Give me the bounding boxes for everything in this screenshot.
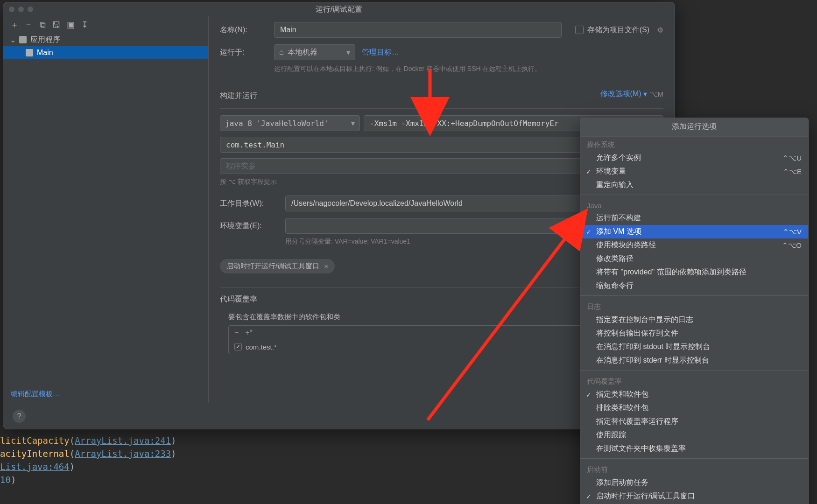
config-tree: ⌄ 应用程序 Main	[3, 33, 208, 385]
run-debug-config-dialog: 运行/调试配置 ＋ − ⧉ 🖫 ▣ ↧ ⌄ 应用程序 Main	[3, 2, 675, 429]
run-on-combo[interactable]: ⌂ 本地机器 ▾	[274, 44, 355, 60]
popup-item[interactable]: 将带有 "provided" 范围的依赖项添加到类路径	[580, 266, 808, 279]
popup-item-shortcut: ⌃⌥V	[783, 228, 802, 236]
check-icon: ✓	[586, 228, 592, 236]
name-input[interactable]: Main	[274, 22, 562, 38]
titlebar: 运行/调试配置	[3, 2, 675, 16]
add-icon[interactable]: ＋	[10, 19, 19, 30]
popup-item[interactable]: 在消息打印到 stdout 时显示控制台	[580, 340, 808, 354]
copy-icon[interactable]: ⧉	[38, 20, 47, 30]
help-button[interactable]: ?	[13, 410, 26, 423]
popup-item-label: 重定向输入	[596, 180, 634, 190]
popup-item-shortcut: ⌃⌥O	[782, 241, 802, 250]
folder-icon[interactable]: ▣	[66, 20, 75, 30]
check-icon: ✓	[586, 168, 592, 175]
checkbox-icon[interactable]	[575, 26, 584, 34]
run-config-icon	[26, 49, 33, 56]
remove-icon[interactable]: −	[234, 329, 239, 337]
popup-group-label: Java	[580, 198, 808, 211]
open-tool-window-tag[interactable]: 启动时打开运行/调试工具窗口 ×	[220, 259, 335, 273]
chevron-down-icon: ▾	[351, 119, 355, 128]
popup-item[interactable]: ✓指定类和软件包	[580, 388, 808, 401]
popup-item-label: 使用模块的类路径	[596, 240, 656, 250]
popup-item-label: 在消息打印到 stderr 时显示控制台	[596, 356, 709, 365]
popup-item-label: 将带有 "provided" 范围的依赖项添加到类路径	[596, 267, 747, 277]
popup-item[interactable]: 使用模块的类路径⌃⌥O	[580, 238, 808, 252]
sidebar-toolbar: ＋ − ⧉ 🖫 ▣ ↧	[3, 16, 208, 33]
application-type-icon	[19, 36, 27, 43]
popup-item[interactable]: 添加启动前任务	[580, 476, 808, 490]
popup-item[interactable]: 使用跟踪	[580, 428, 808, 442]
manage-targets-link[interactable]: 管理目标…	[362, 48, 399, 57]
chevron-down-icon: ▾	[346, 48, 350, 57]
popup-group-label: 代码覆盖率	[580, 373, 808, 388]
popup-group-label: 日志	[580, 299, 808, 313]
popup-item-label: 指定替代覆盖率运行程序	[596, 417, 678, 427]
popup-item-label: 使用跟踪	[596, 430, 626, 440]
popup-item[interactable]: 重定向输入	[580, 178, 808, 192]
workdir-label: 工作目录(W):	[220, 199, 285, 209]
tree-label: 应用程序	[30, 35, 60, 45]
chevron-down-icon: ⌄	[10, 35, 16, 44]
popup-item-label: 环境变量	[596, 167, 626, 176]
popup-item[interactable]: ✓启动时打开运行/调试工具窗口	[580, 490, 808, 503]
jdk-combo[interactable]: java 8 'JavaHelloWorld' ▾	[220, 115, 360, 131]
popup-group-label: 启动前	[580, 462, 808, 476]
close-icon[interactable]: ×	[324, 262, 328, 270]
popup-group-label: 操作系统	[580, 137, 808, 151]
modify-shortcut: ⌥M	[650, 90, 664, 98]
dialog-title: 运行/调试配置	[316, 5, 362, 14]
popup-item[interactable]: 允许多个实例⌃⌥U	[580, 151, 808, 165]
popup-item-label: 将控制台输出保存到文件	[596, 329, 678, 338]
run-on-hint: 运行配置可以在本地或目标上执行: 例如，在 Docker 容器中或使用 SSH …	[274, 65, 541, 73]
popup-item-label: 修改类路径	[596, 254, 634, 264]
home-icon: ⌂	[279, 48, 284, 56]
popup-item-label: 排除类和软件包	[596, 403, 648, 413]
popup-item[interactable]: 修改类路径	[580, 252, 808, 266]
add-icon[interactable]: +*	[245, 329, 253, 337]
popup-item[interactable]: 指定要在控制台中显示的日志	[580, 313, 808, 327]
chevron-down-icon: ▾	[643, 90, 647, 98]
checkbox-icon[interactable]: ✓	[234, 343, 242, 350]
add-run-options-popup: 添加运行选项 操作系统允许多个实例⌃⌥U✓环境变量⌃⌥E重定向输入Java运行前…	[580, 118, 809, 504]
popup-item-label: 添加 VM 选项	[596, 227, 641, 237]
dialog-footer: ? 取消 应	[3, 403, 675, 429]
popup-item[interactable]: ✓添加 VM 选项⌃⌥V	[580, 225, 808, 238]
check-icon: ✓	[586, 493, 592, 500]
popup-item[interactable]: ✓环境变量⌃⌥E	[580, 165, 808, 178]
remove-icon[interactable]: −	[24, 20, 33, 30]
tree-node-main[interactable]: Main	[3, 46, 208, 59]
popup-item-label: 指定类和软件包	[596, 390, 648, 399]
popup-item[interactable]: 将控制台输出保存到文件	[580, 327, 808, 340]
popup-item[interactable]: 在消息打印到 stderr 时显示控制台	[580, 354, 808, 367]
tree-node-application[interactable]: ⌄ 应用程序	[3, 33, 208, 46]
popup-item[interactable]: 排除类和软件包	[580, 401, 808, 415]
modify-options-link[interactable]: 修改选项(M)▾	[600, 89, 647, 99]
edit-templates-link[interactable]: 编辑配置模板…	[11, 390, 60, 399]
config-sidebar: ＋ − ⧉ 🖫 ▣ ↧ ⌄ 应用程序 Main 编辑配置模板…	[3, 16, 209, 403]
popup-item-shortcut: ⌃⌥U	[782, 154, 802, 162]
popup-item[interactable]: 指定替代覆盖率运行程序	[580, 415, 808, 428]
popup-item[interactable]: 在测试文件夹中收集覆盖率	[580, 442, 808, 455]
popup-item-label: 缩短命令行	[596, 281, 634, 291]
popup-item-label: 在测试文件夹中收集覆盖率	[596, 444, 686, 454]
window-controls[interactable]	[9, 7, 33, 12]
store-as-project-file[interactable]: 存储为项目文件(S) ⚙	[575, 25, 663, 35]
popup-item[interactable]: 运行前不构建	[580, 211, 808, 225]
check-icon: ✓	[586, 391, 592, 399]
save-icon[interactable]: 🖫	[52, 20, 61, 30]
sort-icon[interactable]: ↧	[80, 20, 89, 30]
popup-item-label: 允许多个实例	[596, 153, 641, 163]
tree-label: Main	[37, 49, 53, 57]
popup-title: 添加运行选项	[580, 118, 808, 137]
name-label: 名称(N):	[220, 25, 274, 35]
popup-item-shortcut: ⌃⌥E	[783, 168, 802, 176]
env-hint: 用分号分隔变量: VAR=value; VAR1=value1	[285, 238, 410, 246]
popup-item-label: 指定要在控制台中显示的日志	[596, 315, 693, 325]
build-and-run-title: 构建并运行	[220, 91, 257, 101]
popup-item-label: 添加启动前任务	[596, 478, 648, 488]
popup-item-label: 运行前不构建	[596, 213, 641, 223]
popup-item[interactable]: 缩短命令行	[580, 279, 808, 293]
gear-icon[interactable]: ⚙	[657, 26, 663, 35]
env-label: 环境变量(E):	[220, 221, 285, 231]
